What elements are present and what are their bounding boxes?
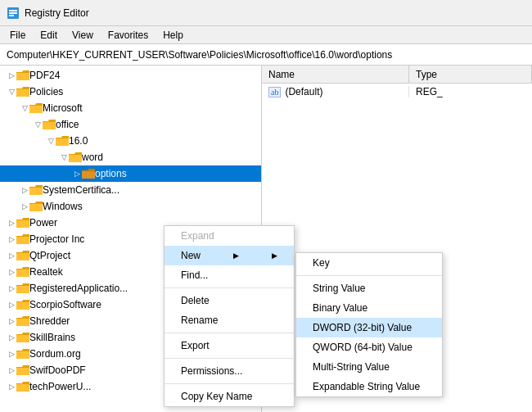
submenu: Key String Value Binary Value DWORD (32-… xyxy=(295,252,443,397)
folder-icon xyxy=(29,201,43,212)
folder-icon xyxy=(29,184,43,196)
tree-label: Sordum.org xyxy=(29,348,81,360)
folder-icon xyxy=(16,266,29,278)
tree-label: ScorpioSoftware xyxy=(29,299,101,310)
ctx-sep-1 xyxy=(165,287,294,288)
folder-icon xyxy=(56,135,69,147)
tree-item-16[interactable]: ▽ 16.0 xyxy=(0,133,261,149)
chevron-icon: ▷ xyxy=(7,251,16,260)
svg-rect-3 xyxy=(9,15,14,16)
submenu-key[interactable]: Key xyxy=(296,253,442,273)
tree-item-options[interactable]: ▷ options xyxy=(0,165,261,182)
tree-item-word[interactable]: ▽ word xyxy=(0,149,261,165)
folder-icon xyxy=(16,283,29,294)
menu-view[interactable]: View xyxy=(65,28,100,43)
tree-label: SwifDooPDF xyxy=(29,364,86,376)
submenu-dword-value[interactable]: DWORD (32-bit) Value xyxy=(296,318,442,337)
svg-rect-14 xyxy=(16,237,29,244)
tree-item-policies[interactable]: ▽ Policies xyxy=(0,84,261,100)
menu-file[interactable]: File xyxy=(3,28,32,43)
chevron-icon: ▷ xyxy=(7,316,16,326)
submenu-expandable-value[interactable]: Expandable String Value xyxy=(296,377,442,396)
registry-entry-default[interactable]: ab (Default) REG_ xyxy=(262,84,532,100)
folder-icon xyxy=(16,86,29,97)
chevron-down-icon: ▽ xyxy=(7,87,16,97)
submenu-multistring-value[interactable]: Multi-String Value xyxy=(296,357,442,377)
tree-item-pdf24[interactable]: ▷ PDF24 xyxy=(0,67,261,84)
svg-rect-23 xyxy=(16,384,29,392)
ctx-permissions[interactable]: Permissions... xyxy=(165,361,294,381)
main-content: ▷ PDF24 ▽ Policies ▽ Microsoft xyxy=(0,66,532,412)
svg-rect-2 xyxy=(9,12,17,14)
ctx-expand[interactable]: Expand xyxy=(165,226,294,246)
folder-icon xyxy=(16,233,29,245)
submenu-binary-value[interactable]: Binary Value xyxy=(296,298,442,318)
folder-icon xyxy=(16,315,29,327)
folder-icon xyxy=(16,217,29,229)
submenu-qword-value[interactable]: QWORD (64-bit) Value xyxy=(296,337,442,357)
title-bar-text: Registry Editor xyxy=(25,7,89,19)
tree-label: Projector Inc xyxy=(29,233,84,245)
chevron-icon: ▷ xyxy=(7,382,16,392)
folder-icon xyxy=(16,299,29,310)
ctx-rename[interactable]: Rename xyxy=(165,310,294,330)
chevron-down-icon: ▽ xyxy=(59,152,69,162)
tree-item-systemcert[interactable]: ▷ SystemCertifica... xyxy=(0,182,261,198)
svg-rect-16 xyxy=(16,269,29,277)
folder-icon xyxy=(69,152,82,163)
address-path: Computer\HKEY_CURRENT_USER\Software\Poli… xyxy=(7,49,392,61)
menu-help[interactable]: Help xyxy=(156,28,190,43)
svg-rect-19 xyxy=(16,319,29,326)
submenu-sep-1 xyxy=(296,275,442,276)
tree-label: SkillBrains xyxy=(29,332,75,343)
tree-label: Microsoft xyxy=(43,102,83,114)
ctx-delete[interactable]: Delete xyxy=(165,291,294,310)
chevron-icon: ▷ xyxy=(7,365,16,375)
tree-label: SystemCertifica... xyxy=(43,184,119,196)
folder-icon xyxy=(16,70,29,81)
menu-favorites[interactable]: Favorites xyxy=(101,28,155,43)
tree-label: word xyxy=(82,152,103,163)
column-headers: Name Type xyxy=(262,66,532,84)
svg-rect-13 xyxy=(16,220,29,228)
tree-label: RegisteredApplicatio... xyxy=(29,283,128,294)
submenu-arrow-icon: ▶ xyxy=(233,251,239,260)
submenu-string-value[interactable]: String Value xyxy=(296,278,442,298)
tree-item-office[interactable]: ▽ office xyxy=(0,116,261,133)
tree-item-windows[interactable]: ▷ Windows xyxy=(0,198,261,215)
svg-rect-4 xyxy=(16,73,29,80)
folder-icon xyxy=(16,364,29,376)
tree-label: PDF24 xyxy=(29,70,60,81)
menu-edit[interactable]: Edit xyxy=(34,28,64,43)
svg-rect-5 xyxy=(16,89,29,97)
svg-rect-6 xyxy=(29,106,43,113)
svg-rect-21 xyxy=(16,351,29,359)
chevron-down-icon: ▽ xyxy=(20,103,29,113)
title-bar: Registry Editor xyxy=(0,0,532,26)
folder-icon xyxy=(16,381,29,392)
ctx-new[interactable]: New ▶ xyxy=(165,246,294,265)
col-header-type: Type xyxy=(409,66,532,83)
chevron-icon: ▷ xyxy=(72,169,82,179)
tree-label: 16.0 xyxy=(69,135,88,147)
ctx-sep-2 xyxy=(165,333,294,333)
ctx-copy-key-name[interactable]: Copy Key Name xyxy=(165,387,294,406)
chevron-icon: ▷ xyxy=(7,283,16,293)
svg-rect-12 xyxy=(29,204,43,211)
svg-rect-20 xyxy=(16,335,29,342)
svg-rect-10 xyxy=(82,171,95,179)
chevron-icon: ▷ xyxy=(7,70,16,80)
chevron-down-icon: ▽ xyxy=(33,120,43,129)
svg-rect-8 xyxy=(56,138,69,146)
tree-label: office xyxy=(56,119,79,130)
tree-item-microsoft[interactable]: ▽ Microsoft xyxy=(0,100,261,116)
ctx-find[interactable]: Find... xyxy=(165,265,294,285)
svg-rect-22 xyxy=(16,368,29,375)
tree-label: Power xyxy=(29,217,57,229)
folder-icon xyxy=(43,119,56,130)
ctx-export[interactable]: Export xyxy=(165,336,294,355)
context-menu: Expand New ▶ Find... Delete Rename Expor… xyxy=(164,225,295,407)
entry-name-default: ab (Default) xyxy=(262,86,409,97)
reg-ab-icon: ab xyxy=(268,87,281,97)
chevron-down-icon: ▽ xyxy=(46,136,56,146)
